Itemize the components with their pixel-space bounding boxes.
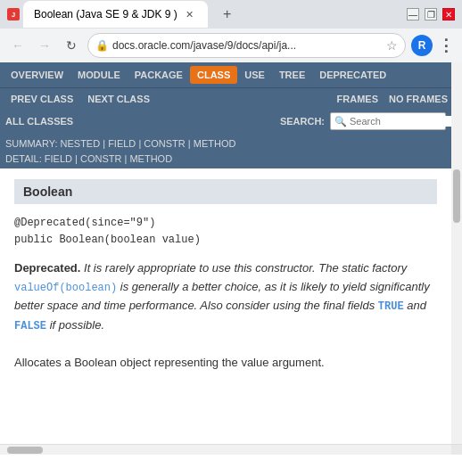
search-input[interactable] (350, 116, 451, 127)
new-tab-button[interactable]: + (215, 2, 240, 27)
search-area: SEARCH: 🔍 ✕ (280, 112, 446, 130)
summary-constr[interactable]: CONSTR (144, 138, 185, 149)
detail-line: DETAIL: FIELD | CONSTR | METHOD (5, 152, 446, 167)
nav-use[interactable]: USE (237, 66, 272, 84)
refresh-button[interactable]: ↻ (61, 35, 82, 56)
end-italic-text: if possible. (46, 318, 104, 332)
tab-close-button[interactable]: ✕ (183, 7, 197, 21)
vertical-scrollbar[interactable] (451, 62, 462, 444)
next-class-link[interactable]: NEXT CLASS (80, 92, 157, 106)
browser-menu-button[interactable]: ⋮ (438, 36, 455, 55)
false-link[interactable]: FALSE (14, 320, 46, 332)
value-of-link[interactable]: valueOf(boolean) (14, 282, 117, 294)
forward-button[interactable]: → (34, 35, 55, 56)
allocates-paragraph: Allocates a Boolean object representing … (14, 354, 437, 373)
bookmark-icon[interactable]: ☆ (386, 38, 398, 53)
nav-overview[interactable]: OVERVIEW (4, 66, 70, 84)
doc-search-row: ALL CLASSES SEARCH: 🔍 ✕ (0, 109, 451, 134)
user-avatar[interactable]: R (411, 35, 433, 56)
doc-main: Boolean @Deprecated(since="9") public Bo… (0, 168, 451, 444)
minimize-button[interactable]: — (407, 8, 419, 21)
doc-summary-row: SUMMARY: NESTED | FIELD | CONSTR | METHO… (0, 134, 451, 168)
lock-icon: 🔒 (95, 39, 109, 52)
frames-link[interactable]: FRAMES (337, 94, 378, 104)
deprecated-paragraph: Deprecated. It is rarely appropriate to … (14, 259, 437, 334)
url-bar[interactable]: 🔒 docs.oracle.com/javase/9/docs/api/ja..… (87, 33, 406, 58)
nav-class[interactable]: CLASS (190, 66, 237, 84)
code-line-1: @Deprecated(since="9") (14, 215, 437, 232)
horizontal-scrollbar[interactable] (0, 445, 451, 455)
detail-method[interactable]: METHOD (129, 153, 172, 164)
nav-package[interactable]: PACKAGE (128, 66, 190, 84)
deprecated-label: Deprecated. (14, 261, 80, 275)
doc-content: OVERVIEW MODULE PACKAGE CLASS USE TREE D… (0, 62, 451, 444)
nav-tree[interactable]: TREE (272, 66, 312, 84)
horizontal-scrollbar-row (0, 444, 462, 455)
h-scrollbar-thumb[interactable] (7, 447, 43, 454)
detail-constr[interactable]: CONSTR (80, 153, 121, 164)
code-block: @Deprecated(since="9") public Boolean(bo… (14, 215, 437, 249)
summary-method[interactable]: METHOD (194, 138, 236, 149)
content-wrapper: OVERVIEW MODULE PACKAGE CLASS USE TREE D… (0, 62, 462, 444)
class-header: Boolean (14, 179, 437, 204)
doc-nav: OVERVIEW MODULE PACKAGE CLASS USE TREE D… (0, 62, 451, 87)
summary-nested[interactable]: NESTED (61, 138, 101, 149)
search-input-wrapper[interactable]: 🔍 ✕ (330, 112, 446, 130)
frames-links: FRAMES NO FRAMES (337, 94, 448, 104)
nav-deprecated[interactable]: DEPRECATED (312, 66, 393, 84)
scrollbar-thumb[interactable] (453, 169, 460, 223)
search-label: SEARCH: (280, 116, 325, 127)
browser-tab[interactable]: Boolean (Java SE 9 & JDK 9 ) ✕ (23, 1, 208, 28)
all-classes-link[interactable]: ALL CLASSES (5, 116, 73, 127)
restore-button[interactable]: ❐ (425, 8, 437, 21)
code-line-2: public Boolean(boolean value) (14, 232, 437, 249)
address-bar: ← → ↻ 🔒 docs.oracle.com/javase/9/docs/ap… (0, 29, 462, 62)
true-link[interactable]: TRUE (378, 300, 404, 313)
window-controls: — ❐ ✕ (407, 8, 455, 21)
close-button[interactable]: ✕ (442, 8, 455, 21)
deprecated-text-part1: It is rarely appropriate to use this con… (80, 261, 407, 275)
no-frames-link[interactable]: NO FRAMES (389, 94, 448, 104)
nav-module[interactable]: MODULE (70, 66, 128, 84)
description-block: Deprecated. It is rarely appropriate to … (14, 259, 437, 372)
detail-field[interactable]: FIELD (45, 153, 72, 164)
summary-line: SUMMARY: NESTED | FIELD | CONSTR | METHO… (5, 136, 446, 152)
tab-title: Boolean (Java SE 9 & JDK 9 ) (34, 8, 177, 21)
title-bar: J Boolean (Java SE 9 & JDK 9 ) ✕ + — ❐ ✕ (0, 0, 462, 29)
url-text: docs.oracle.com/javase/9/docs/api/ja... (112, 39, 383, 52)
summary-field[interactable]: FIELD (108, 138, 136, 149)
back-button[interactable]: ← (7, 35, 29, 56)
and-text: and (404, 299, 426, 312)
doc-subnav: PREV CLASS NEXT CLASS FRAMES NO FRAMES (0, 87, 451, 109)
tab-favicon: J (7, 8, 20, 21)
search-magnifier-icon: 🔍 (334, 116, 347, 127)
scrollbar-corner (451, 445, 462, 455)
prev-class-link[interactable]: PREV CLASS (4, 92, 80, 106)
